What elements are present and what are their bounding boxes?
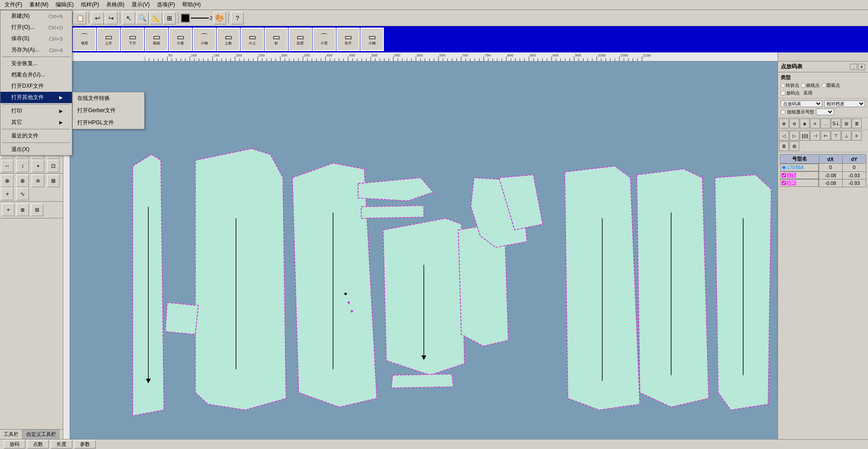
pt-shangban[interactable]: ▭上板 xyxy=(217,28,240,51)
tool-grade8[interactable]: ⊡ xyxy=(47,160,60,172)
file-recent[interactable]: 最近的文件 xyxy=(0,130,72,142)
rp-btn-remove[interactable]: ⊖ xyxy=(789,118,799,128)
file-exit[interactable]: 退出(X) xyxy=(0,144,72,155)
rp-btn-settings[interactable]: ◈ xyxy=(800,118,810,128)
pt-xiapian[interactable]: ▭下片 xyxy=(121,28,144,51)
tool-ex6[interactable]: ∿ xyxy=(16,188,29,200)
menu-help[interactable]: 帮助(H) xyxy=(179,0,204,9)
menu-edit[interactable]: 编辑(E) xyxy=(52,0,77,9)
status-points[interactable]: 点数 xyxy=(27,440,49,449)
submenu-open-gerber[interactable]: 打开Gerber文件 xyxy=(73,104,144,117)
tool-ex1[interactable]: ⊕ xyxy=(1,175,14,187)
tool-bottom1[interactable]: ⌖ xyxy=(2,203,14,216)
rp-btn-more[interactable]: … xyxy=(821,118,830,128)
pattern-canvas[interactable] xyxy=(70,61,778,439)
rp-btn-grid2[interactable]: ⊞ xyxy=(841,118,851,128)
radio-inflection[interactable]: 转折点 xyxy=(781,82,799,89)
checkbox-grade-point[interactable]: 放码点 xyxy=(781,90,800,96)
tool-bottom2[interactable]: ≣ xyxy=(16,203,29,216)
menu-table[interactable]: 表格(B) xyxy=(103,0,128,9)
menu-options[interactable]: 选项(P) xyxy=(153,0,179,9)
pt-xiaoxiu2[interactable]: ⌒小袖 xyxy=(193,28,216,51)
pt-lingli[interactable]: ⌒领里 xyxy=(73,28,96,51)
status-grade[interactable]: 放码 xyxy=(4,440,25,449)
menu-material[interactable]: 素材(M) xyxy=(26,0,52,9)
file-saveas[interactable]: 另存为(A)... Ctrl+A xyxy=(0,44,72,56)
tool-grade7[interactable]: ⌖ xyxy=(32,160,44,172)
tool-bottom3[interactable]: ⊞ xyxy=(31,203,43,216)
pt-guangpian[interactable]: ▭光片 xyxy=(336,28,360,51)
status-length[interactable]: 长度 xyxy=(51,440,72,449)
file-save[interactable]: 保存(S) Ctrl+S xyxy=(0,33,72,44)
pt-xiaoli[interactable]: ⌒小里 xyxy=(312,28,336,51)
rp-btn-extra[interactable]: ≣ xyxy=(852,118,862,128)
tool-ex5[interactable]: ⌖ xyxy=(1,188,14,200)
tb-help[interactable]: ? xyxy=(231,12,244,24)
canvas-area[interactable] xyxy=(63,61,778,439)
file-openother[interactable]: 打开其他文件 ▶ xyxy=(0,92,72,103)
rp-btn-r1[interactable]: ◁ xyxy=(779,131,789,141)
rp-btn-add[interactable]: ⊕ xyxy=(779,118,789,128)
submenu-online-convert[interactable]: 在线文件转换 xyxy=(73,92,144,104)
pt-xiaopian2[interactable]: ▭小袖 xyxy=(360,28,384,51)
ruler-horizontal: 5010015020025030035040045050055060065070… xyxy=(72,52,778,61)
pt-xiaoshang[interactable]: ▭小上 xyxy=(241,28,264,51)
tb-undo[interactable]: ↩ xyxy=(91,12,104,24)
rp-btn-r5[interactable]: ⊢ xyxy=(821,131,830,141)
rp-btn-r4[interactable]: ⊣ xyxy=(810,131,820,141)
rp-btn-r2[interactable]: ▷ xyxy=(789,131,799,141)
row-check-180[interactable] xyxy=(782,180,786,186)
file-merge[interactable]: 档案合并(U)... xyxy=(0,69,72,80)
dropdown-relative-diff[interactable]: 相对档差 xyxy=(824,100,866,107)
rp-btn-table[interactable]: ≡ xyxy=(810,118,820,128)
file-open[interactable]: 打开(O)... Ctrl+O xyxy=(0,22,72,33)
menu-view[interactable]: 显示(V) xyxy=(128,0,153,9)
tb-paste[interactable]: 📋 xyxy=(74,12,86,24)
radio-curve[interactable]: 曲线点 xyxy=(801,82,820,89)
file-opendxf[interactable]: 打开DXF文件 xyxy=(0,80,72,92)
pt-bianli[interactable]: ▭边里 xyxy=(288,28,312,51)
status-params[interactable]: 参数 xyxy=(74,440,96,449)
tb-zoom[interactable]: 🔍 xyxy=(136,12,149,24)
rp-btn-r8[interactable]: ≡ xyxy=(852,131,862,141)
rp-btn-r6[interactable]: ⊤ xyxy=(831,131,841,141)
tab-custom-tools[interactable]: 自定义工具栏 xyxy=(23,430,60,439)
tool-ex3[interactable]: ≋ xyxy=(32,175,44,187)
tool-ex4[interactable]: ⊠ xyxy=(47,175,60,187)
file-restore[interactable]: 安全恢复... xyxy=(0,58,72,69)
file-other[interactable]: 其它 ▶ xyxy=(0,117,72,128)
rp-btn-r9[interactable]: ≣ xyxy=(779,141,789,151)
pt-shangpian[interactable]: ▭上片 xyxy=(97,28,120,51)
tb-measure[interactable]: 📐 xyxy=(150,12,162,24)
tool-grade6[interactable]: ↕ xyxy=(16,160,29,172)
submenu-open-hpgl[interactable]: 打开HPGL文件 xyxy=(73,117,144,129)
tb-pattern-color[interactable]: 🎨 xyxy=(213,12,226,24)
checkbox-group-display[interactable] xyxy=(781,110,785,114)
tb-grid[interactable]: ⊞ xyxy=(163,12,176,24)
rp-btn-r7[interactable]: ⊥ xyxy=(841,131,851,141)
file-new[interactable]: 新建(N) Ctrl+N xyxy=(0,10,72,22)
pt-xiaoji[interactable]: ▭小基 xyxy=(169,28,192,51)
pt-jichi[interactable]: ▭基础 xyxy=(145,28,168,51)
tool-ex2[interactable]: ⊗ xyxy=(16,175,29,187)
pt-shan[interactable]: ▭衫 xyxy=(264,28,288,51)
radio-arc[interactable]: 圆弧点 xyxy=(821,82,840,89)
menu-file[interactable]: 文件(F) xyxy=(1,0,26,9)
panel-close[interactable]: × xyxy=(858,64,865,70)
panel-minimize[interactable]: _ xyxy=(850,64,857,70)
rp-btn-r10[interactable]: ⊞ xyxy=(789,141,799,151)
menu-paper[interactable]: 纸样(P) xyxy=(77,0,103,9)
dropdown-size-type[interactable] xyxy=(816,109,834,115)
row-radio-170[interactable] xyxy=(782,165,786,170)
svg-text:900: 900 xyxy=(552,53,559,57)
row-check-175[interactable] xyxy=(782,172,786,178)
dropdown-grade-table[interactable]: 点放码表 xyxy=(781,100,822,107)
file-print[interactable]: 打印 ▶ xyxy=(0,105,72,117)
tb-redo[interactable]: ↪ xyxy=(105,12,118,24)
tab-tools[interactable]: 工具栏 xyxy=(0,430,23,439)
rp-btn-size[interactable]: S-L xyxy=(831,118,841,128)
rp-btn-r3[interactable]: ∥∥∥ xyxy=(800,131,810,141)
tb-select[interactable]: ↖ xyxy=(123,12,135,24)
tb-color[interactable] xyxy=(181,14,190,23)
tool-grade5[interactable]: ↔ xyxy=(1,160,14,172)
